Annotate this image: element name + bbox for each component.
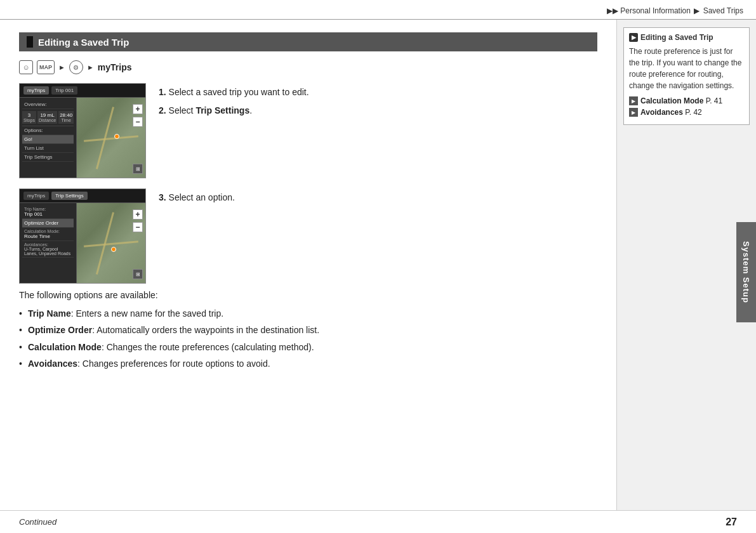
screenshot2-left-panel: Trip Name: Trip 001 Optimize Order Calcu… [20, 203, 77, 283]
breadcrumb-prefix: ▶▶ [607, 6, 618, 15]
map-zoom-in-btn[interactable]: + [133, 104, 143, 114]
menu-trip-settings: Trip Settings [22, 153, 74, 162]
stats-row: 3 Stops 19 mL Distance 28:40 Time [22, 109, 74, 126]
section-title-bar: Editing a Saved Trip [19, 32, 597, 51]
step1-num: 1. [159, 87, 166, 97]
instructions-col1: 1. Select a saved trip you want to edit.… [159, 83, 597, 122]
screenshot1-tab1: myTrips [23, 86, 49, 95]
screenshot2-tab1: myTrips [23, 192, 49, 200]
calc-mode: Calculation Mode: Route Time [22, 228, 74, 241]
link-icon-0: ▶ [629, 96, 638, 105]
link-icon-1: ▶ [629, 108, 638, 117]
bullet-item-0: Trip Name: Enters a new name for the sav… [19, 305, 597, 322]
step3-num: 3. [159, 192, 166, 202]
page-header: ▶▶ Personal Information ▶ Saved Trips [0, 0, 756, 20]
bullet-text-3: : Changes preferences for route options … [77, 359, 270, 369]
map2-zoom-in-btn[interactable]: + [133, 209, 143, 220]
sidebar-note-text: The route preference is just for the tri… [629, 46, 744, 91]
stat-distance: 19 mL Distance [37, 111, 57, 124]
bullet-bold-2: Calculation Mode [28, 342, 102, 352]
menu-go: Go! [22, 135, 74, 144]
breadcrumb: ▶▶ Personal Information ▶ Saved Trips [607, 6, 743, 15]
trip-name-label: Trip Name: Trip 001 [22, 206, 74, 219]
screenshot2-topbar: myTrips Trip Settings [20, 189, 145, 203]
bullet-text-0: : Enters a new name for the saved trip. [71, 308, 223, 319]
map-road4 [84, 240, 138, 247]
step2-text-pre: Select [169, 105, 196, 115]
map-road2 [84, 135, 138, 142]
optimize-order: Optimize Order [22, 219, 74, 228]
menu-overview: Overview: [22, 100, 74, 109]
step2-num: 2. [159, 105, 166, 115]
screenshot1-row: myTrips Trip 001 Overview: 3 Stops [19, 83, 597, 178]
sidebar-link-text-1: Avoidances P. 42 [640, 108, 702, 117]
nav-arrow1: ► [58, 63, 65, 71]
screenshot2-map: + − ⊞ [77, 203, 145, 283]
note-icon: ▶ [629, 33, 638, 42]
link-bold-1: Avoidances [640, 108, 683, 117]
map-zoom-out-btn[interactable]: − [133, 117, 143, 127]
screenshots-pair: myTrips Trip 001 Overview: 3 Stops [19, 83, 597, 284]
screenshot1: myTrips Trip 001 Overview: 3 Stops [19, 83, 146, 178]
screenshot1-topbar: myTrips Trip 001 [20, 84, 145, 98]
breadcrumb-arrow: ▶ [694, 6, 700, 15]
nav-icons-line: ☺ MAP ► ⚙ ► myTrips [19, 60, 597, 74]
bullet-section: The following options are available: Tri… [19, 290, 597, 372]
sidebar-link-calc: ▶ Calculation Mode P. 41 [629, 96, 744, 105]
section-title-icon [27, 36, 33, 48]
screenshot1-left-panel: Overview: 3 Stops 19 mL Distance [20, 98, 77, 178]
bullet-item-2: Calculation Mode: Changes the route pref… [19, 339, 597, 355]
settings-icon: ⚙ [69, 60, 83, 74]
screenshot2-tab2: Trip Settings [51, 192, 88, 200]
step1: 1. Select a saved trip you want to edit. [159, 86, 597, 99]
system-setup-label: System Setup [736, 222, 756, 322]
map-icon: MAP [37, 60, 55, 74]
instructions-col2: 3. Select an option. [159, 188, 597, 209]
link-page-1: P. 42 [683, 108, 702, 117]
menu-turn-list: Turn List [22, 144, 74, 153]
map-dot2 [111, 247, 116, 252]
menu-options: Options: [22, 126, 74, 135]
sidebar-link-avoid: ▶ Avoidances P. 42 [629, 108, 744, 117]
sidebar-link-text-0: Calculation Mode P. 41 [640, 96, 722, 105]
breadcrumb-page: Saved Trips [703, 6, 743, 15]
section-title-text: Editing a Saved Trip [38, 37, 129, 48]
bullet-text-2: : Changes the route preferences (calcula… [102, 342, 314, 352]
map2-zoom-out-btn[interactable]: − [133, 222, 143, 232]
map-compass: ⊞ [133, 164, 143, 174]
bullet-item-1: Optimize Order: Automatically orders the… [19, 322, 597, 338]
screenshot1-tab2: Trip 001 [51, 86, 77, 95]
bullet-intro: The following options are available: [19, 290, 597, 300]
step2-text-post: . [249, 105, 252, 115]
footer-continued: Continued [19, 517, 56, 527]
page-footer: Continued 27 [0, 510, 756, 533]
step2: 2. Select Trip Settings. [159, 104, 597, 117]
sidebar-note-title: ▶ Editing a Saved Trip [629, 33, 744, 42]
screenshot2-row: myTrips Trip Settings Trip Name: Trip 00… [19, 188, 597, 284]
step2-bold: Trip Settings [196, 105, 249, 115]
right-sidebar: ▶ Editing a Saved Trip The route prefere… [616, 20, 756, 525]
step3-text: Select an option. [169, 192, 235, 202]
stat-stops: 3 Stops [22, 111, 36, 124]
person-icon: ☺ [19, 60, 33, 74]
bullet-bold-0: Trip Name [28, 308, 71, 319]
nav-arrow2: ► [87, 63, 94, 71]
main-layout: Editing a Saved Trip ☺ MAP ► ⚙ ► myTrips… [0, 20, 756, 525]
avoidances: Avoidances: U-Turns, Carpool Lanes, Unpa… [22, 241, 74, 258]
bullet-bold-1: Optimize Order [28, 325, 92, 335]
link-bold-0: Calculation Mode [640, 96, 703, 105]
nav-label: myTrips [98, 62, 132, 72]
link-page-0: P. 41 [703, 96, 722, 105]
bullet-bold-3: Avoidances [28, 359, 77, 369]
content-area: Editing a Saved Trip ☺ MAP ► ⚙ ► myTrips… [0, 20, 616, 525]
screenshot2-content: Trip Name: Trip 001 Optimize Order Calcu… [20, 203, 145, 283]
bullet-text-1: : Automatically orders the waypoints in … [92, 325, 319, 335]
screenshot1-map: + − ⊞ [77, 98, 145, 178]
screenshot1-content: Overview: 3 Stops 19 mL Distance [20, 98, 145, 178]
screenshot2: myTrips Trip Settings Trip Name: Trip 00… [19, 188, 146, 284]
bullet-item-3: Avoidances: Changes preferences for rout… [19, 355, 597, 372]
sidebar-note-title-text: Editing a Saved Trip [640, 33, 713, 42]
stat-time: 28:40 Time [58, 111, 74, 124]
step1-text: Select a saved trip you want to edit. [169, 87, 309, 97]
bullet-list: Trip Name: Enters a new name for the sav… [19, 305, 597, 372]
